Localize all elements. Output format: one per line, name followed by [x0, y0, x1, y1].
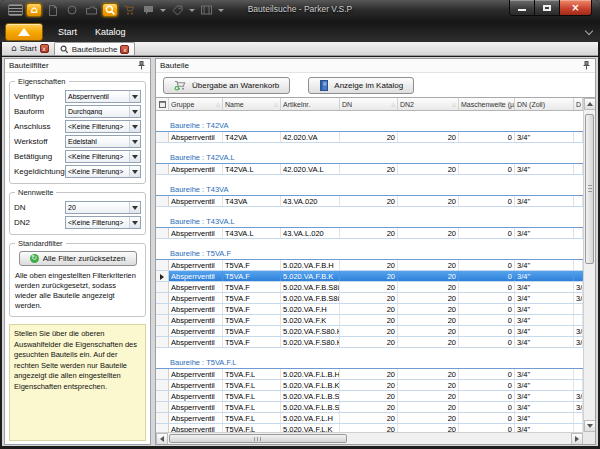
maximize-button[interactable]	[535, 0, 560, 15]
application-button[interactable]	[5, 23, 43, 41]
table-row[interactable]: AbsperrventilT5VA.F5.020.VA.F.K202003/4"	[156, 315, 583, 326]
tab-start[interactable]: ⌂ Start x	[6, 42, 54, 55]
vertical-scrollbar[interactable]	[583, 98, 595, 432]
table-row[interactable]: AbsperrventilT42VA42.020.VA202003/4"	[156, 132, 583, 143]
cell: Absperrventil	[169, 369, 223, 379]
reset-filters-button[interactable]: ↻ Alle Filter zurücksetzen	[19, 251, 137, 266]
dropdown-arrow-icon[interactable]	[129, 136, 140, 147]
cell: 20	[340, 315, 398, 325]
horizontal-scrollbar[interactable]	[156, 432, 583, 444]
table-row[interactable]: AbsperrventilT5VA.F.L5.020.VA.F.L.H20200…	[156, 413, 583, 424]
anschluss-dropdown[interactable]: <Keine Filterung>	[65, 120, 141, 133]
dropdown-arrow-icon[interactable]	[129, 202, 140, 213]
dn-dropdown[interactable]: 20	[65, 201, 141, 214]
dropdown-arrow-icon[interactable]	[129, 151, 140, 162]
grid-header: Gruppe△Name△Artikelnr.DN△DN2△Maschenweit…	[156, 98, 583, 111]
column-header-maschenweite-m[interactable]: Maschenweite (µm)	[459, 98, 515, 110]
werkstoff-dropdown[interactable]: Edelstahl	[65, 135, 141, 148]
kegeldichtung-dropdown[interactable]: <Keine Filterung>	[65, 165, 141, 178]
dropdown-value: <Keine Filterung>	[66, 168, 129, 175]
table-row[interactable]: AbsperrventilT5VA.F5.020.VA.F.B.S80.H202…	[156, 282, 583, 293]
cell: 3/4"	[515, 391, 574, 401]
cell: 5.020.VA.F.B.K	[281, 271, 340, 281]
scroll-down-icon[interactable]	[584, 420, 595, 432]
cell: 3/4"	[515, 380, 574, 390]
cell: Absperrventil	[169, 196, 223, 206]
parts-panel-title: Bauteile	[160, 61, 189, 70]
dropdown-value: 20	[66, 204, 129, 211]
cell: 20	[340, 380, 398, 390]
cell: 0	[459, 369, 515, 379]
horizontal-scroll-thumb[interactable]	[169, 434, 347, 443]
scroll-right-icon[interactable]	[571, 433, 583, 444]
transfer-to-cart-label: Übergabe an Warenkorb	[192, 81, 279, 90]
dropdown-value: Durchgang	[66, 108, 129, 115]
scroll-up-icon[interactable]	[584, 98, 595, 110]
column-header-dn[interactable]: DN△	[340, 98, 398, 110]
table-row[interactable]: AbsperrventilT43VA.L43.VA.L.020202003/4"	[156, 228, 583, 239]
dropdown-arrow-icon[interactable]	[129, 91, 140, 102]
table-row[interactable]: AbsperrventilT5VA.F.L5.020.VA.F.L.B.K202…	[156, 380, 583, 391]
cell: 20	[340, 282, 398, 292]
cell: Absperrventil	[169, 132, 223, 142]
table-row[interactable]: AbsperrventilT5VA.F.L5.020.VA.F.L.B.S802…	[156, 402, 583, 413]
cell: 3/4"	[515, 413, 574, 423]
scroll-left-icon[interactable]	[156, 433, 168, 444]
parts-panel: Bauteile Übergabe an Warenkorb Anzeige i…	[155, 58, 596, 445]
group-eigenschaften: Eigenschaften VentiltypAbsperrventilBauf…	[9, 81, 146, 184]
close-button[interactable]: ×	[560, 0, 591, 15]
dn2-dropdown[interactable]: <Keine Filterung>	[65, 216, 141, 229]
table-row[interactable]: AbsperrventilT42VA.L42.020.VA.L202003/4"	[156, 164, 583, 175]
table-row[interactable]: AbsperrventilT43VA43.VA.020202003/4"	[156, 196, 583, 207]
cell: Absperrventil	[169, 293, 223, 303]
dropdown-arrow-icon[interactable]	[129, 106, 140, 117]
cell: 20	[340, 424, 398, 432]
show-in-catalog-button[interactable]: Anzeige im Katalog	[308, 77, 414, 94]
ribbon-collapse-icon[interactable]	[585, 27, 593, 35]
table-row[interactable]: AbsperrventilT5VA.F5.020.VA.F.B.S80.K202…	[156, 293, 583, 304]
table-row[interactable]: AbsperrventilT5VA.F5.020.VA.F.H202003/4"	[156, 304, 583, 315]
table-row[interactable]: AbsperrventilT5VA.F.L5.020.VA.F.L.B.S802…	[156, 391, 583, 402]
cell: 3/4"	[515, 164, 574, 174]
hint-box: Stellen Sie über die oberen Auswahlfelde…	[9, 324, 146, 441]
cell: 0	[459, 304, 515, 314]
search-icon	[60, 45, 69, 54]
transfer-to-cart-button[interactable]: Übergabe an Warenkorb	[163, 77, 290, 94]
dropdown-arrow-icon[interactable]	[129, 166, 140, 177]
bettigung-dropdown[interactable]: <Keine Filterung>	[65, 150, 141, 163]
cell: Absperrventil	[169, 326, 223, 336]
minimize-button[interactable]	[510, 0, 535, 15]
column-header-d[interactable]: D	[574, 98, 583, 110]
dropdown-arrow-icon[interactable]	[129, 217, 140, 228]
tab-bauteilsuche[interactable]: Bauteilsuche x	[54, 42, 136, 55]
ribbon-tab-katalog[interactable]: Katalog	[95, 27, 126, 37]
bauform-dropdown[interactable]: Durchgang	[65, 105, 141, 118]
dropdown-arrow-icon[interactable]	[129, 121, 140, 132]
column-header-name[interactable]: Name△	[223, 98, 281, 110]
dropdown-value: <Keine Filterung>	[66, 153, 129, 160]
ventiltyp-dropdown[interactable]: Absperrventil	[65, 90, 141, 103]
row-selector-header[interactable]	[156, 98, 169, 110]
pin-icon[interactable]	[582, 61, 591, 70]
column-header-dn-zoll[interactable]: DN (Zoll)	[515, 98, 574, 110]
cell: T5VA.F	[223, 315, 281, 325]
table-row[interactable]: AbsperrventilT5VA.F.L5.020.VA.F.L.K20200…	[156, 424, 583, 432]
table-row[interactable]: AbsperrventilT5VA.F5.020.VA.F.S80.H20200…	[156, 326, 583, 337]
vertical-scroll-thumb[interactable]	[585, 114, 594, 264]
table-row[interactable]: AbsperrventilT5VA.F5.020.VA.F.B.H202003/…	[156, 260, 583, 271]
ribbon-tab-start[interactable]: Start	[58, 27, 77, 37]
cart-add-icon	[174, 80, 187, 91]
cell: Absperrventil	[169, 228, 223, 238]
column-header-dn2[interactable]: DN2△	[398, 98, 459, 110]
table-row[interactable]: AbsperrventilT5VA.F5.020.VA.F.B.K202003/…	[156, 271, 583, 282]
tab-close-icon[interactable]: x	[120, 45, 129, 54]
cell: 5.020.VA.F.L.B.H	[281, 369, 340, 379]
cell: 3/4"	[574, 326, 583, 336]
table-row[interactable]: AbsperrventilT5VA.F.L5.020.VA.F.L.B.H202…	[156, 369, 583, 380]
tab-close-icon[interactable]: x	[40, 44, 49, 53]
table-row[interactable]: AbsperrventilT5VA.F5.020.VA.F.S80.KH2020…	[156, 337, 583, 348]
column-header-gruppe[interactable]: Gruppe△	[169, 98, 223, 110]
pin-icon[interactable]	[137, 61, 146, 70]
group-title: Eigenschaften	[15, 77, 69, 86]
column-header-artikelnr[interactable]: Artikelnr.	[281, 98, 340, 110]
